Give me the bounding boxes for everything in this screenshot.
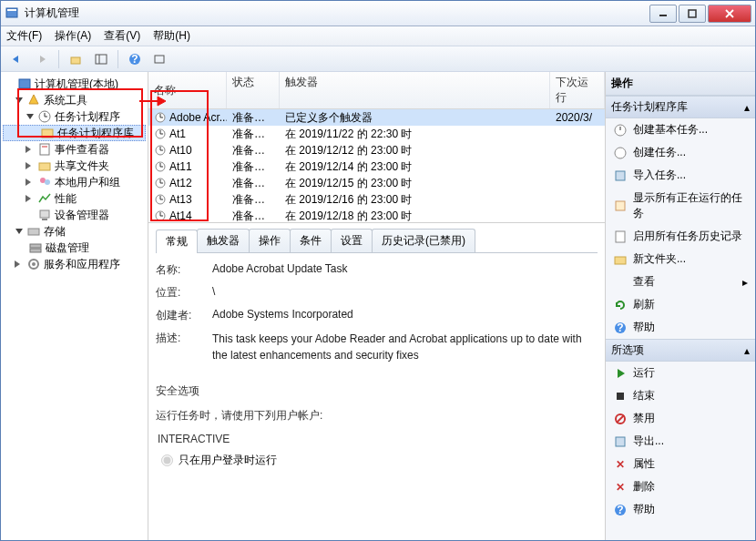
svg-rect-17 bbox=[40, 144, 49, 155]
action-create-task[interactable]: 创建任务... bbox=[606, 141, 755, 164]
action-view[interactable]: 查看▸ bbox=[606, 270, 755, 293]
svg-rect-23 bbox=[42, 219, 47, 220]
task-row[interactable]: At12准备就绪在 2019/12/15 的 23:00 时 bbox=[148, 175, 605, 191]
radio-loggedon-row: 只在用户登录时运行 bbox=[161, 453, 598, 468]
disable-icon bbox=[613, 412, 628, 426]
play-icon bbox=[613, 366, 628, 381]
task-trigger: 在 2019/12/16 的 23:00 时 bbox=[280, 192, 550, 208]
actions-section-selected[interactable]: 所选项▴ bbox=[606, 339, 755, 362]
col-state[interactable]: 状态 bbox=[227, 72, 280, 108]
show-hide-button[interactable] bbox=[89, 48, 113, 70]
action-end[interactable]: 结束 bbox=[606, 384, 755, 407]
back-button[interactable] bbox=[5, 48, 28, 70]
forward-button[interactable] bbox=[30, 48, 54, 70]
menu-action[interactable]: 操作(A) bbox=[55, 28, 91, 44]
help-button[interactable]: ? bbox=[123, 48, 147, 70]
task-row[interactable]: At11准备就绪在 2019/12/14 的 23:00 时 bbox=[148, 158, 605, 175]
tab-triggers[interactable]: 触发器 bbox=[197, 229, 250, 252]
value-desc: This task keeps your Adobe Reader and Ac… bbox=[212, 331, 598, 363]
tree-services-apps[interactable]: 服务和应用程序 bbox=[3, 256, 146, 272]
tree-device-manager[interactable]: 设备管理器 bbox=[3, 207, 146, 223]
task-state: 准备就绪 bbox=[227, 127, 280, 142]
action-show-running[interactable]: 显示所有正在运行的任务 bbox=[606, 187, 755, 225]
col-next[interactable]: 下次运行 bbox=[550, 72, 605, 108]
action-create-basic[interactable]: 创建基本任务... bbox=[606, 118, 755, 141]
task-name: Adobe Acr... bbox=[169, 111, 227, 124]
collapse-icon: ▴ bbox=[744, 101, 750, 114]
menu-help[interactable]: 帮助(H) bbox=[153, 28, 190, 44]
svg-rect-63 bbox=[617, 393, 624, 400]
delete-x-icon: ✕ bbox=[613, 457, 628, 472]
overflow-button[interactable] bbox=[148, 48, 172, 70]
delete-x-icon: ✕ bbox=[613, 480, 628, 495]
tree-root[interactable]: 计算机管理(本地) bbox=[3, 76, 146, 92]
svg-text:?: ? bbox=[131, 53, 138, 66]
action-run[interactable]: 运行 bbox=[606, 362, 755, 384]
action-properties[interactable]: ✕属性 bbox=[606, 453, 755, 475]
tab-history[interactable]: 历史记录(已禁用) bbox=[372, 229, 475, 252]
value-author: Adobe Systems Incorporated bbox=[212, 308, 598, 323]
svg-rect-7 bbox=[96, 55, 107, 64]
actions-header: 操作 bbox=[606, 72, 755, 96]
task-row[interactable]: At10准备就绪在 2019/12/12 的 23:00 时 bbox=[148, 142, 605, 158]
runas-text: 运行任务时，请使用下列用户帐户: bbox=[156, 408, 598, 424]
action-help2[interactable]: ?帮助 bbox=[606, 498, 755, 521]
svg-rect-58 bbox=[616, 201, 625, 210]
tree-storage[interactable]: 存储 bbox=[3, 223, 146, 240]
label-desc: 描述: bbox=[156, 331, 199, 363]
action-disable[interactable]: 禁用 bbox=[606, 407, 755, 430]
action-import[interactable]: 导入任务... bbox=[606, 164, 755, 187]
value-name: Adobe Acrobat Update Task bbox=[212, 262, 598, 278]
task-row[interactable]: Adobe Acr...准备就绪已定义多个触发器2020/3/ bbox=[148, 109, 605, 126]
tree-disk-mgmt[interactable]: 磁盘管理 bbox=[3, 240, 146, 256]
task-row[interactable]: At14准备就绪在 2019/12/18 的 23:00 时 bbox=[148, 208, 605, 223]
chevron-right-icon: ▸ bbox=[742, 276, 748, 289]
action-refresh[interactable]: 刷新 bbox=[606, 293, 755, 316]
maximize-button[interactable] bbox=[679, 5, 706, 23]
menu-view[interactable]: 查看(V) bbox=[104, 28, 140, 44]
tab-conditions[interactable]: 条件 bbox=[290, 229, 332, 252]
task-name: At14 bbox=[169, 209, 192, 222]
task-state: 准备就绪 bbox=[227, 209, 280, 224]
col-trigger[interactable]: 触发器 bbox=[280, 72, 550, 108]
close-button[interactable] bbox=[708, 5, 751, 23]
stop-icon bbox=[613, 389, 628, 403]
action-export[interactable]: 导出... bbox=[606, 430, 755, 453]
action-enable-history[interactable]: 启用所有任务历史记录 bbox=[606, 225, 755, 248]
svg-rect-24 bbox=[28, 229, 39, 235]
menu-file[interactable]: 文件(F) bbox=[6, 28, 42, 44]
task-state: 准备就绪 bbox=[227, 192, 280, 208]
tree-event-viewer[interactable]: 事件查看器 bbox=[3, 141, 146, 158]
radio-loggedon[interactable] bbox=[161, 454, 173, 466]
up-button[interactable] bbox=[64, 48, 87, 70]
svg-rect-22 bbox=[40, 210, 49, 218]
task-name: At13 bbox=[169, 193, 192, 206]
tree-shared-folders[interactable]: 共享文件夹 bbox=[3, 158, 146, 174]
tree-local-users[interactable]: 本地用户和组 bbox=[3, 174, 146, 190]
history-icon bbox=[613, 230, 628, 244]
minimize-button[interactable] bbox=[649, 5, 677, 23]
label-author: 创建者: bbox=[156, 308, 199, 323]
action-delete[interactable]: ✕删除 bbox=[606, 475, 755, 498]
nav-tree: 计算机管理(本地) 系统工具 任务计划程序 任务计划程序库 事件查看器 共享文件… bbox=[1, 72, 148, 540]
svg-rect-12 bbox=[19, 79, 30, 88]
task-state: 准备就绪 bbox=[227, 176, 280, 191]
action-help[interactable]: ?帮助 bbox=[606, 316, 755, 339]
tree-system-tools[interactable]: 系统工具 bbox=[3, 92, 146, 108]
svg-rect-19 bbox=[39, 163, 50, 170]
actions-section-library[interactable]: 任务计划程序库▴ bbox=[606, 96, 755, 118]
tree-task-scheduler[interactable]: 任务计划程序 bbox=[3, 108, 146, 125]
action-new-folder[interactable]: 新文件夹... bbox=[606, 248, 755, 270]
task-row[interactable]: At1准备就绪在 2019/11/22 的 22:30 时 bbox=[148, 126, 605, 142]
radio-loggedon-label: 只在用户登录时运行 bbox=[179, 453, 277, 468]
tab-actions[interactable]: 操作 bbox=[249, 229, 291, 252]
collapse-icon: ▴ bbox=[744, 344, 750, 357]
col-name[interactable]: 名称 bbox=[148, 72, 227, 108]
tree-performance[interactable]: 性能 bbox=[3, 190, 146, 207]
tab-general[interactable]: 常规 bbox=[156, 230, 198, 253]
task-list[interactable]: 名称 状态 触发器 下次运行 Adobe Acr...准备就绪已定义多个触发器2… bbox=[148, 72, 605, 223]
task-row[interactable]: At13准备就绪在 2019/12/16 的 23:00 时 bbox=[148, 191, 605, 208]
tab-settings[interactable]: 设置 bbox=[331, 229, 373, 252]
detail-tabs: 常规 触发器 操作 条件 设置 历史记录(已禁用) bbox=[156, 229, 598, 253]
tree-task-library[interactable]: 任务计划程序库 bbox=[3, 125, 146, 141]
